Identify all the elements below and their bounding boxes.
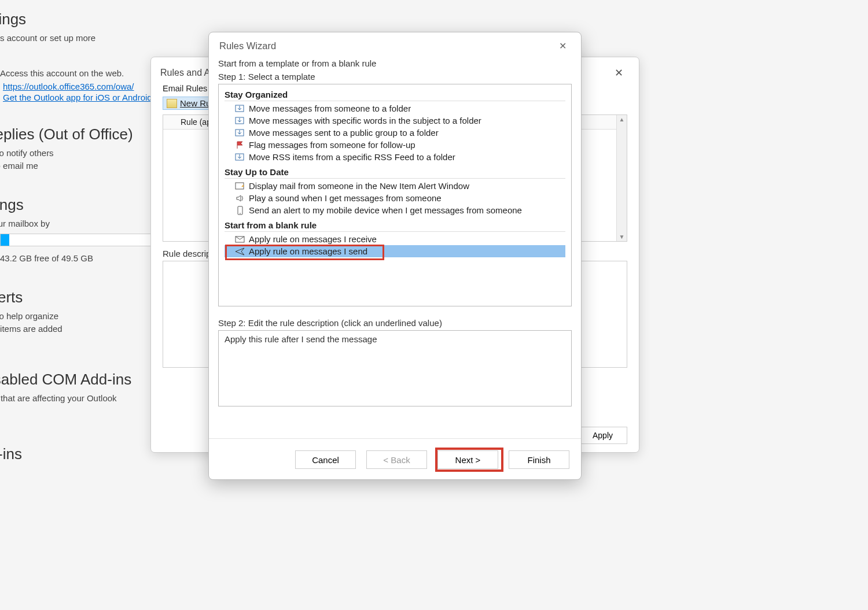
template-display-alert[interactable]: Display mail from someone in the New Ite… <box>225 180 565 192</box>
template-label: Play a sound when I get messages from so… <box>249 193 442 203</box>
move-folder-icon <box>234 128 247 138</box>
wizard-subtitle: Start from a template or from a blank ru… <box>218 58 572 68</box>
group-blank-rule: Start from a blank rule <box>225 219 565 232</box>
close-icon[interactable]: ✕ <box>554 40 571 51</box>
template-play-sound[interactable]: Play a sound when I get messages from so… <box>225 192 565 204</box>
flag-icon <box>234 141 247 150</box>
template-label: Move messages with specific words in the… <box>249 116 481 125</box>
template-label: Move messages from someone to a folder <box>249 103 411 113</box>
scroll-down-icon[interactable]: ▼ <box>619 234 625 240</box>
template-label: Send an alert to my mobile device when I… <box>249 205 522 215</box>
template-label: Move RSS items from a specific RSS Feed … <box>249 152 455 162</box>
cancel-button[interactable]: Cancel <box>295 450 356 469</box>
move-folder-icon <box>234 153 247 162</box>
svg-marker-5 <box>241 184 244 187</box>
template-move-rss[interactable]: Move RSS items from a specific RSS Feed … <box>225 151 565 163</box>
scrollbar[interactable]: ▲ ▼ <box>616 115 627 241</box>
next-button[interactable]: Next > <box>437 450 498 469</box>
sound-icon <box>234 194 247 203</box>
svg-point-7 <box>240 213 241 214</box>
storage-used-segment <box>1 234 9 246</box>
close-icon[interactable]: ✕ <box>610 66 627 79</box>
template-move-specific-words[interactable]: Move messages with specific words in the… <box>225 114 565 127</box>
template-move-public-group[interactable]: Move messages sent to a public group to … <box>225 127 565 139</box>
scroll-up-icon[interactable]: ▲ <box>619 116 625 123</box>
template-list[interactable]: Stay Organized Move messages from someon… <box>218 84 572 306</box>
send-icon <box>234 247 247 256</box>
template-label: Display mail from someone in the New Ite… <box>249 181 469 191</box>
template-apply-receive[interactable]: Apply rule on messages I receive <box>225 233 565 245</box>
rule-description-text: Apply this rule after I send the message <box>225 334 377 344</box>
template-flag-followup[interactable]: Flag messages from someone for follow-up <box>225 139 565 151</box>
template-send-mobile-alert[interactable]: Send an alert to my mobile device when I… <box>225 204 565 216</box>
email-rules-tab[interactable]: Email Rules <box>163 84 207 93</box>
finish-button[interactable]: Finish <box>509 450 569 469</box>
template-label: Move messages sent to a public group to … <box>249 128 439 138</box>
group-stay-up-to-date: Stay Up to Date <box>225 165 565 179</box>
template-label: Apply rule on messages I send <box>249 246 367 256</box>
rule-description-box[interactable]: Apply this rule after I send the message <box>218 330 572 406</box>
group-stay-organized: Stay Organized <box>225 88 565 101</box>
alert-window-icon <box>234 182 247 191</box>
template-move-from-someone[interactable]: Move messages from someone to a folder <box>225 102 565 114</box>
template-apply-send[interactable]: Apply rule on messages I send <box>225 245 565 257</box>
step2-label: Step 2: Edit the rule description (click… <box>218 318 572 328</box>
rules-wizard-dialog: Rules Wizard ✕ Start from a template or … <box>208 32 582 480</box>
back-button: < Back <box>366 450 427 469</box>
account-settings-heading: Account Settings <box>0 10 318 28</box>
mobile-icon <box>234 206 247 215</box>
folder-icon <box>167 99 177 108</box>
move-folder-icon <box>234 104 247 113</box>
wizard-title: Rules Wizard <box>219 40 276 51</box>
envelope-icon <box>234 235 247 244</box>
move-folder-icon <box>234 116 247 125</box>
step1-label: Step 1: Select a template <box>218 72 572 82</box>
template-label: Flag messages from someone for follow-up <box>249 140 415 150</box>
template-label: Apply rule on messages I receive <box>249 234 377 244</box>
apply-button[interactable]: Apply <box>578 427 627 444</box>
